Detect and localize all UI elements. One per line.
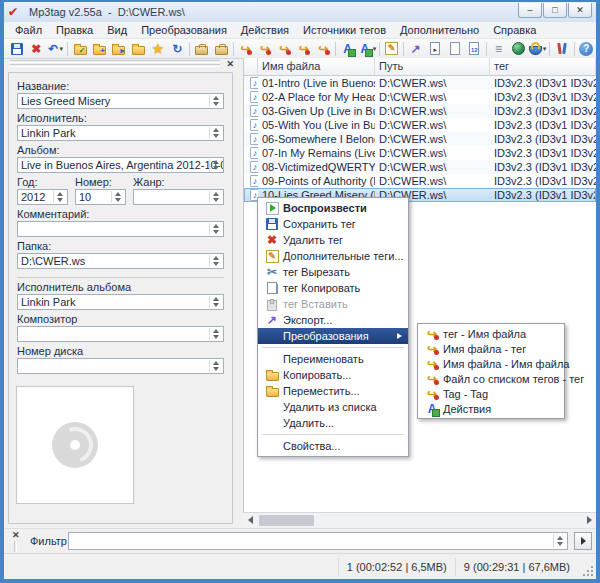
undo-button[interactable]: ↶▾ (46, 40, 65, 58)
menu-edit[interactable]: Правка (49, 23, 100, 37)
filter-gripper[interactable] (14, 541, 17, 552)
context-menu-item-convert[interactable]: Преобразования (258, 328, 408, 344)
actions-quick-button[interactable]: A▾ (357, 40, 376, 58)
genre-field[interactable] (133, 189, 224, 205)
extended-tags-button[interactable]: ✎ (382, 40, 401, 58)
table-row[interactable]: ♪ 05-With You (Live in Bue... D:\CWER.ws… (244, 118, 596, 132)
menu-tag-sources[interactable]: Источники тегов (296, 23, 393, 37)
case-conversion-button[interactable]: ▾ (528, 40, 547, 58)
compare-button[interactable]: ≡ (489, 40, 508, 58)
spinner-icon[interactable] (209, 223, 222, 235)
recent-directories-button[interactable] (129, 40, 148, 58)
title-field[interactable]: Lies Greed Misery (17, 93, 224, 109)
column-header-icon[interactable] (244, 58, 258, 75)
spinner-icon[interactable] (209, 127, 222, 139)
scroll-right-icon[interactable] (582, 514, 596, 527)
panel-gripper[interactable] (10, 60, 220, 63)
context-menu-item-export[interactable]: ↗ Экспорт... (258, 312, 408, 328)
context-menu-item-extended-tags[interactable]: ✎ Дополнительные теги... (258, 248, 408, 264)
table-row[interactable]: ♪ 02-A Place for My Head (... D:\CWER.ws… (244, 90, 596, 104)
album-artist-field[interactable]: Linkin Park (17, 294, 224, 310)
submenu-item-filename-filename[interactable]: ↪ Имя файла - Имя файла (418, 356, 564, 371)
composer-field[interactable] (17, 326, 224, 342)
actions-button[interactable]: A (338, 40, 357, 58)
spinner-icon[interactable] (209, 360, 222, 372)
artist-field[interactable]: Linkin Park (17, 125, 224, 141)
comment-field[interactable] (17, 221, 224, 237)
context-menu-item-copy-file[interactable]: Копировать... (258, 367, 408, 383)
table-row[interactable]: ♪ 07-In My Remains (Live i... D:\CWER.ws… (244, 146, 596, 160)
table-row[interactable]: ♪ 09-Points of Authority (Li... D:\CWER.… (244, 174, 596, 188)
submenu-item-actions[interactable]: A Действия (418, 401, 564, 416)
remove-tag-button[interactable]: ✖ (26, 40, 45, 58)
tag-paste-button[interactable] (211, 40, 230, 58)
scroll-left-icon[interactable] (243, 514, 257, 527)
submenu-item-tag-tag[interactable]: ↪ Tag - Tag (418, 386, 564, 401)
playlist-button[interactable]: ▸ (426, 40, 445, 58)
submenu-item-filename-tag[interactable]: ↪ Имя файла - тег (418, 341, 564, 356)
filter-apply-button[interactable] (574, 532, 592, 550)
album-field[interactable]: Live in Buenos Aires, Argentina 2012-10-… (17, 157, 224, 173)
menu-file[interactable]: Файл (8, 23, 49, 37)
track-field[interactable]: 10 (75, 189, 126, 205)
table-row[interactable]: ♪ 01-Intro (Live in Buenos ... D:\CWER.w… (244, 76, 596, 90)
filter-input[interactable] (69, 533, 567, 549)
cover-art-box[interactable] (16, 386, 134, 504)
convert-textfile-tag-button[interactable]: ↪ (294, 40, 313, 58)
context-menu-item-save-tag[interactable]: Сохранить тег (258, 216, 408, 232)
submenu-item-textfile-tag[interactable]: ↪ Файл со списком тегов - тег (418, 371, 564, 386)
table-row[interactable]: ♪ 08-VictimizedQWERTY (Li... D:\CWER.ws\… (244, 160, 596, 174)
panel-gripper[interactable] (10, 64, 220, 67)
open-directory-button[interactable]: ▸ (109, 40, 128, 58)
refresh-button[interactable]: ↻ (168, 40, 187, 58)
menu-extras[interactable]: Дополнительно (393, 23, 486, 37)
submenu-item-tag-filename[interactable]: ↪ тег - Имя файла (418, 326, 564, 341)
context-menu-item-remove-tag[interactable]: ✖ Удалить тег (258, 232, 408, 248)
menu-view[interactable]: Вид (100, 23, 134, 37)
add-directory-button[interactable]: + (90, 40, 109, 58)
tag-copy-button[interactable] (192, 40, 211, 58)
convert-filename-filename-button[interactable]: ↪ (275, 40, 294, 58)
menu-convert[interactable]: Преобразования (134, 23, 234, 37)
options-button[interactable] (552, 40, 571, 58)
table-row[interactable]: ♪ 06-Somewhere I Belong ... D:\CWER.ws\ … (244, 132, 596, 146)
web-sources-button[interactable] (508, 40, 527, 58)
spinner-icon[interactable] (209, 296, 222, 308)
spinner-icon[interactable] (111, 191, 124, 203)
context-menu-item-delete[interactable]: Удалить... (258, 415, 408, 431)
spinner-icon[interactable] (553, 534, 566, 548)
tracklist-button[interactable] (445, 40, 464, 58)
context-menu-item-play[interactable]: Воспроизвести (258, 200, 408, 216)
convert-tag-tag-button[interactable]: ↪ (314, 40, 333, 58)
horizontal-scrollbar[interactable] (243, 512, 596, 527)
directory-field[interactable]: D:\CWER.ws (17, 253, 224, 269)
table-row[interactable]: ♪ 03-Given Up (Live in Bue... D:\CWER.ws… (244, 104, 596, 118)
convert-filename-tag-button[interactable]: ↪ (255, 40, 274, 58)
context-menu-item-move-file[interactable]: Переместить... (258, 383, 408, 399)
spinner-icon[interactable] (209, 191, 222, 203)
resize-grip[interactable] (581, 564, 593, 576)
favorites-button[interactable]: ★ (148, 40, 167, 58)
convert-tag-filename-button[interactable]: ↪ (236, 40, 255, 58)
save-button[interactable] (7, 40, 26, 58)
spinner-icon[interactable] (209, 159, 222, 171)
context-menu-item-tag-cut[interactable]: ✂ тег Вырезать (258, 264, 408, 280)
help-button[interactable]: ? (577, 40, 596, 58)
menu-actions[interactable]: Действия (234, 23, 296, 37)
column-header-path[interactable]: Путь (375, 58, 490, 75)
spinner-icon[interactable] (209, 255, 222, 267)
maximize-button[interactable]: □ (543, 3, 567, 18)
spinner-icon[interactable] (209, 95, 222, 107)
column-header-filename[interactable]: Имя файла (258, 58, 375, 75)
export-button[interactable]: ↗ (406, 40, 425, 58)
context-menu-item-tag-copy[interactable]: тег Копировать (258, 280, 408, 296)
context-menu-item-rename[interactable]: Переименовать (258, 351, 408, 367)
scrollbar-thumb[interactable] (259, 515, 314, 526)
column-header-tag[interactable]: тег (490, 58, 596, 75)
disc-field[interactable] (17, 358, 224, 374)
close-button[interactable]: ✕ (568, 3, 592, 18)
numbering-wizard-button[interactable]: 12 (465, 40, 484, 58)
minimize-button[interactable]: – (518, 3, 542, 18)
panel-close-icon[interactable]: ✕ (226, 60, 234, 69)
context-menu-item-remove-from-list[interactable]: Удалить из списка (258, 399, 408, 415)
